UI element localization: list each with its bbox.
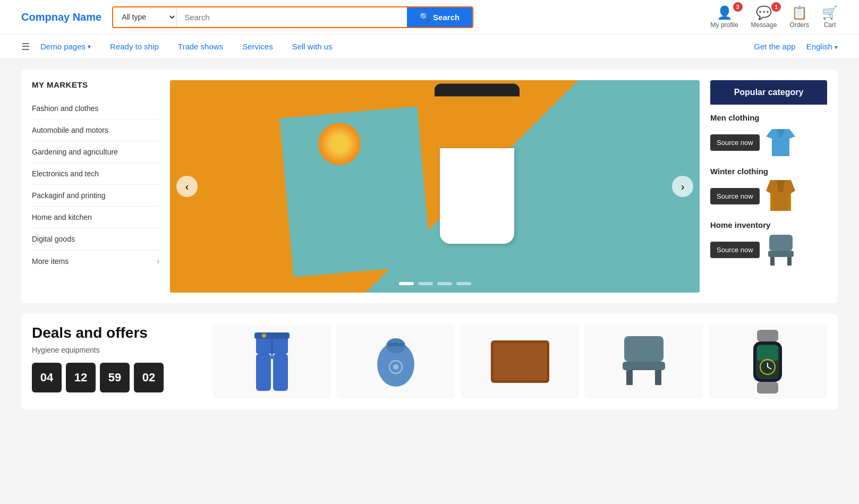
svg-rect-8 xyxy=(770,257,775,266)
deals-subtitle: Hygiene equipments xyxy=(32,346,202,354)
countdown-seconds: 59 xyxy=(100,363,130,392)
svg-rect-25 xyxy=(626,370,633,385)
deals-title: Deals and offers xyxy=(32,324,202,341)
language-dropdown-icon: ▾ xyxy=(835,44,838,51)
svg-point-19 xyxy=(393,364,398,370)
carousel-next-icon: › xyxy=(681,181,685,193)
main-content: MY MARKETS Fashion and clothes Automobil… xyxy=(0,59,859,420)
more-items-chevron-icon: › xyxy=(157,257,159,266)
svg-rect-24 xyxy=(623,362,665,370)
men-clothing-inner: Source now xyxy=(710,126,827,158)
carousel-dots xyxy=(399,282,471,285)
message-label: Message xyxy=(751,21,777,29)
nav-item-trade-shows[interactable]: Trade shows xyxy=(169,35,232,58)
leather-svg xyxy=(488,338,552,386)
header: Compnay Name All type Products Suppliers… xyxy=(0,0,859,35)
carousel-prev-button[interactable]: ‹ xyxy=(176,176,198,197)
svg-rect-30 xyxy=(757,345,778,361)
orange-decoration xyxy=(318,123,361,165)
nav-item-services[interactable]: Services xyxy=(234,35,282,58)
profile-icon: 👤 xyxy=(717,5,733,20)
sidebar-item-automobile[interactable]: Automobile and motors xyxy=(32,119,159,141)
nav-item-demo-pages[interactable]: Demo pages ▾ xyxy=(32,35,99,58)
profile-label: My profile xyxy=(711,21,738,29)
navbar: ☰ Demo pages ▾ Ready to ship Trade shows… xyxy=(0,35,859,59)
search-input[interactable] xyxy=(177,7,407,27)
sidebar-item-gardening[interactable]: Gardening and agriculture xyxy=(32,141,159,163)
deal-product-watch[interactable] xyxy=(709,324,827,399)
carousel-next-button[interactable]: › xyxy=(672,176,693,197)
deal-product-backpack[interactable] xyxy=(336,324,455,399)
deal-product-leather[interactable] xyxy=(461,324,579,399)
home-inventory-inner: Source now xyxy=(710,234,827,266)
deals-info: Deals and offers Hygiene equipments 04 1… xyxy=(32,324,212,399)
svg-rect-23 xyxy=(624,336,664,362)
orders-icon-item[interactable]: 📋 Orders xyxy=(789,5,809,29)
popular-category-title: Popular category xyxy=(710,80,827,105)
sidebar-item-packaging[interactable]: Packaginf and printing xyxy=(32,185,159,207)
svg-rect-4 xyxy=(770,193,773,211)
hero-section: MY MARKETS Fashion and clothes Automobil… xyxy=(21,70,838,303)
winter-clothing-label: Winter clothing xyxy=(710,167,827,176)
carousel-dot-1[interactable] xyxy=(399,282,414,285)
svg-rect-6 xyxy=(769,235,793,251)
svg-rect-14 xyxy=(254,332,290,339)
profile-badge: 3 xyxy=(733,2,743,12)
navbar-right: Get the app English ▾ xyxy=(754,42,838,51)
search-button[interactable]: 🔍 Search xyxy=(407,7,472,27)
category-card-men-clothing: Men clothing Source now xyxy=(710,113,827,158)
logo[interactable]: Compnay Name xyxy=(21,11,101,23)
cart-label: Cart xyxy=(824,21,836,29)
carousel-dot-3[interactable] xyxy=(437,282,452,285)
sidebar-item-more[interactable]: More items › xyxy=(32,250,159,272)
sidebar-item-digital[interactable]: Digital goods xyxy=(32,228,159,250)
backpack-svg xyxy=(375,335,417,388)
deal-product-jeans[interactable] xyxy=(212,324,331,399)
carousel-image xyxy=(170,80,700,293)
navbar-left: ☰ Demo pages ▾ Ready to ship Trade shows… xyxy=(21,35,754,58)
search-bar: All type Products Suppliers Services 🔍 S… xyxy=(112,6,473,28)
sidebar-title: MY MARKETS xyxy=(32,80,159,89)
jeans-svg xyxy=(253,332,291,391)
winter-clothing-source-button[interactable]: Source now xyxy=(710,188,760,204)
header-icons: 👤 3 My profile 💬 1 Message 📋 Orders 🛒 Ca… xyxy=(711,5,838,29)
deals-products xyxy=(212,324,827,399)
deal-product-chair[interactable] xyxy=(584,324,703,399)
cart-icon-item[interactable]: 🛒 Cart xyxy=(822,5,838,29)
message-badge: 1 xyxy=(771,2,781,12)
orders-icon: 📋 xyxy=(792,5,807,20)
carousel-dot-4[interactable] xyxy=(456,282,471,285)
carousel: ‹ › xyxy=(170,80,700,293)
demo-pages-dropdown-icon: ▾ xyxy=(88,43,91,50)
sidebar-item-fashion[interactable]: Fashion and clothes xyxy=(32,98,159,119)
men-clothing-source-button[interactable]: Source now xyxy=(710,134,760,151)
carousel-prev-icon: ‹ xyxy=(185,181,189,193)
orders-label: Orders xyxy=(789,21,809,29)
message-icon: 💬 xyxy=(756,5,772,20)
language-selector[interactable]: English ▾ xyxy=(806,42,838,51)
sidebar-item-home[interactable]: Home and kitchen xyxy=(32,207,159,228)
nav-item-ready-to-ship[interactable]: Ready to ship xyxy=(101,35,167,58)
nav-item-sell-with-us[interactable]: Sell with us xyxy=(284,35,341,58)
my-profile-icon-item[interactable]: 👤 3 My profile xyxy=(711,5,738,29)
svg-rect-34 xyxy=(757,382,778,394)
hamburger-icon[interactable]: ☰ xyxy=(21,41,30,53)
sidebar: MY MARKETS Fashion and clothes Automobil… xyxy=(32,80,159,293)
svg-rect-26 xyxy=(655,370,661,385)
popular-categories: Popular category Men clothing Source now xyxy=(710,80,827,293)
get-the-app-link[interactable]: Get the app xyxy=(754,42,795,51)
message-icon-item[interactable]: 💬 1 Message xyxy=(751,5,777,29)
home-inventory-source-button[interactable]: Source now xyxy=(710,242,760,258)
carousel-dot-2[interactable] xyxy=(418,282,433,285)
chair2-svg xyxy=(620,335,668,388)
countdown-ms: 02 xyxy=(134,363,164,392)
search-type-select[interactable]: All type Products Suppliers Services xyxy=(113,7,177,27)
category-card-winter-clothing: Winter clothing Source now xyxy=(710,167,827,212)
watch-svg xyxy=(749,330,786,394)
svg-point-15 xyxy=(262,334,266,338)
home-inventory-label: Home inventory xyxy=(710,220,827,229)
countdown: 04 12 59 02 xyxy=(32,363,202,392)
svg-rect-27 xyxy=(757,330,778,341)
sidebar-item-electronics[interactable]: Electronics and tech xyxy=(32,163,159,185)
svg-rect-20 xyxy=(388,343,404,346)
